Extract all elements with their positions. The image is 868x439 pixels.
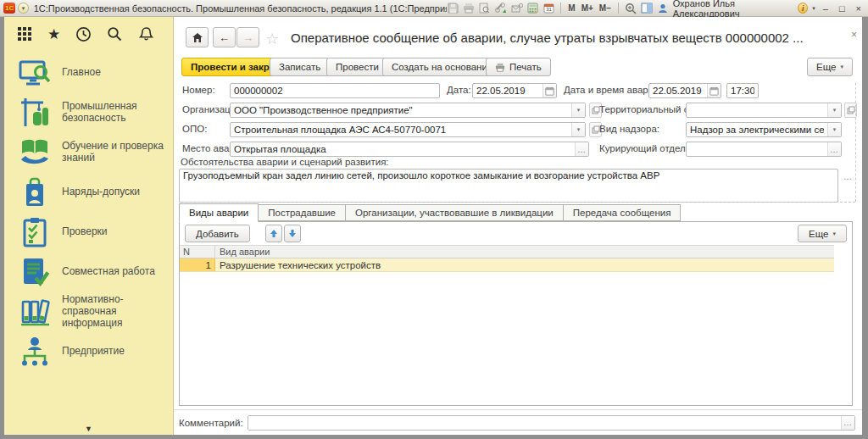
favorites-star-icon[interactable]: ★ <box>47 27 60 42</box>
expand-icon[interactable]: … <box>841 416 854 430</box>
choose-icon[interactable]: … <box>827 142 841 156</box>
add-link-icon[interactable] <box>495 3 507 14</box>
page-title: Оперативное сообщение об аварии, случае … <box>291 31 837 45</box>
number-field[interactable] <box>230 83 440 98</box>
split-layout-icon[interactable] <box>641 3 653 14</box>
circumstances-textarea[interactable]: Грузоподъемный кран задел линию сетей, п… <box>179 169 838 203</box>
curating-department-field[interactable]: … <box>686 142 842 157</box>
crane-icon <box>18 96 52 130</box>
chevron-down-icon[interactable]: ▾ <box>827 123 841 136</box>
chevron-down-icon[interactable]: ▾ <box>571 123 585 136</box>
move-down-button[interactable] <box>284 225 301 242</box>
forward-button[interactable]: → <box>236 27 259 47</box>
print-button[interactable]: Печать <box>486 58 551 76</box>
sidebar-toolbar: ★ <box>4 17 173 47</box>
date-field[interactable] <box>472 83 557 98</box>
history-clock-icon[interactable] <box>75 25 92 42</box>
favorite-star-icon[interactable]: ☆ <box>265 30 279 48</box>
accident-type-cell[interactable]: Разрушение технических устройств <box>215 258 834 271</box>
calendar-icon[interactable] <box>707 84 721 97</box>
back-button[interactable]: ← <box>213 27 236 47</box>
table-row[interactable]: 1 Разрушение технических устройств <box>180 258 834 272</box>
opo-combo[interactable]: ▾ <box>230 122 586 137</box>
table-more-button[interactable]: Еще ▾ <box>798 225 847 242</box>
choose-icon[interactable]: … <box>575 142 588 156</box>
main-content: ← → ☆ Оперативное сообщение об аварии, с… <box>174 17 862 435</box>
territorial-body-combo[interactable]: ▾ <box>686 103 842 118</box>
chevron-down-icon: ▾ <box>840 64 843 70</box>
print-icon <box>495 63 505 72</box>
sidebar-item-collaboration[interactable]: Совместная работа <box>4 252 173 292</box>
sidebar-item-work-permits[interactable]: Наряды-допуски <box>4 172 173 212</box>
tab-accident-types[interactable]: Виды аварии <box>179 203 259 222</box>
calendar-icon[interactable] <box>542 84 556 97</box>
save-icon[interactable] <box>447 3 459 14</box>
form-splitter[interactable] <box>179 202 855 203</box>
sidebar-item-label: Промышленная безопасность <box>62 101 168 125</box>
calculator-icon[interactable] <box>527 3 539 14</box>
chevron-down-icon[interactable]: ▾ <box>571 103 585 117</box>
zoom-icon[interactable] <box>625 3 637 14</box>
get-link-icon[interactable] <box>511 3 523 14</box>
tab-victims[interactable]: Пострадавшие <box>259 204 346 221</box>
comment-field[interactable]: … <box>248 415 855 431</box>
sidebar-item-enterprise[interactable]: Предприятие <box>4 331 173 371</box>
accident-place-field[interactable]: … <box>230 142 589 157</box>
binders-icon <box>18 295 52 329</box>
add-button[interactable]: Добавить <box>185 225 250 242</box>
chevron-down-icon[interactable]: ▾ <box>827 103 841 117</box>
preview-icon[interactable] <box>479 3 491 14</box>
home-button[interactable] <box>186 27 209 47</box>
move-up-button[interactable] <box>265 225 282 242</box>
close-window-button[interactable]: × <box>853 3 865 14</box>
form-splitter[interactable] <box>855 83 856 202</box>
sidebar-item-label: Наряды-допуски <box>62 186 140 198</box>
tab-liquidation-organizations[interactable]: Организации, участвовавшие в ликвидации <box>346 204 564 221</box>
number-label: Номер: <box>182 85 215 95</box>
tab-message-transfer[interactable]: Передача сообщения <box>564 204 682 221</box>
1c-logo-icon: 1С <box>3 3 15 14</box>
minimize-button[interactable]: – <box>820 3 832 14</box>
sidebar-item-home[interactable]: Главное <box>4 53 173 92</box>
sidebar-item-industrial-safety[interactable]: Промышленная безопасность <box>4 92 173 132</box>
column-header-accident-type[interactable]: Вид аварии <box>215 246 834 258</box>
accident-time-field[interactable] <box>726 83 759 98</box>
expand-icon[interactable]: … <box>842 170 854 183</box>
search-icon[interactable] <box>106 25 123 42</box>
more-label: Еще <box>809 229 828 239</box>
column-header-n[interactable]: N <box>180 246 215 258</box>
sidebar-item-label: Предприятие <box>62 346 125 358</box>
sidebar-collapse-button[interactable]: ▼ <box>4 425 173 433</box>
memory-recall-button[interactable]: M <box>567 3 576 13</box>
maximize-button[interactable]: □ <box>836 3 849 14</box>
form-navbar: ← → ☆ Оперативное сообщение об аварии, с… <box>174 24 862 53</box>
row-number-cell[interactable]: 1 <box>180 258 215 271</box>
calendar-icon[interactable]: 31 <box>543 3 555 14</box>
memory-subtract-button[interactable]: M− <box>598 3 612 13</box>
sections-grid-icon[interactable] <box>16 25 33 42</box>
accident-types-table: N Вид аварии 1 Разрушение технических ус… <box>180 245 834 272</box>
accident-date-field[interactable] <box>648 83 721 98</box>
sidebar-item-label: Обучение и проверка знаний <box>62 141 168 164</box>
table-toolbar: Добавить Еще ▾ <box>180 222 852 245</box>
sidebar-items: Главное Промышленная безопасность Обучен… <box>4 47 173 371</box>
notifications-bell-icon[interactable] <box>137 25 154 42</box>
organization-combo[interactable]: ▾ <box>230 103 586 118</box>
monitor-search-icon <box>18 56 52 90</box>
sidebar-item-reference-info[interactable]: Нормативно-справочная информация <box>4 292 173 331</box>
sidebar-item-training[interactable]: Обучение и проверка знаний <box>4 132 173 172</box>
post-button[interactable]: Провести <box>326 58 388 76</box>
more-button[interactable]: Еще ▾ <box>807 58 853 76</box>
info-icon[interactable]: i <box>798 3 808 14</box>
memory-add-button[interactable]: M+ <box>581 3 594 13</box>
sidebar: ★ Главное <box>4 17 174 435</box>
chevron-down-icon[interactable]: ▾ <box>812 5 815 12</box>
current-user-name[interactable]: Охранов Илья Александрович <box>673 0 793 19</box>
supervision-type-combo[interactable]: ▾ <box>686 122 842 137</box>
close-form-icon[interactable]: × <box>851 29 857 41</box>
save-button[interactable]: Записать <box>270 58 330 76</box>
print-icon[interactable] <box>463 3 475 14</box>
sidebar-item-inspections[interactable]: Проверки <box>4 212 173 252</box>
system-menu-button[interactable]: ▾ <box>18 3 28 14</box>
badge-lock-icon <box>18 175 52 209</box>
